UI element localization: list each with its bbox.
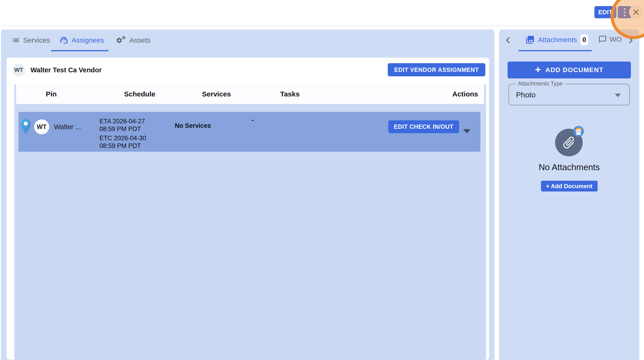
assignee-row[interactable]: WT Walter ... ETA 2026-04-27 08:59 PM PD…: [18, 112, 480, 152]
assignee-name: Walter ...: [54, 123, 81, 131]
close-button[interactable]: [629, 5, 643, 19]
column-header-pin: Pin: [46, 90, 57, 98]
expand-row-caret[interactable]: [463, 129, 470, 134]
etc-date: ETC 2026-04-30: [100, 134, 146, 142]
attachments-type-select[interactable]: Attachments Type Photo: [508, 84, 630, 105]
vendor-card: WT Walter Test Ca Vendor EDIT VENDOR ASS…: [6, 58, 489, 360]
chevron-left-icon[interactable]: [504, 36, 512, 44]
tasks-cell: -: [252, 116, 254, 124]
add-document-label: ADD DOCUMENT: [545, 66, 603, 74]
select-label: Attachments Type: [516, 80, 565, 87]
select-value: Photo: [516, 90, 536, 99]
dot: [624, 12, 626, 13]
top-bar: EDIT: [0, 0, 644, 26]
tab-wo[interactable]: WO: [598, 35, 622, 44]
attachments-count-badge: 0: [580, 34, 588, 46]
eta-time: 08:59 PM PDT: [100, 125, 146, 133]
vendor-header: WT Walter Test Ca Vendor EDIT VENDOR ASS…: [6, 58, 489, 82]
tab-label: Services: [23, 36, 50, 44]
chat-bubble-icon: [598, 35, 607, 44]
list-icon: [12, 36, 20, 44]
vendor-avatar-initials: WT: [14, 67, 23, 73]
support-agent-icon: [60, 36, 68, 45]
dropdown-caret-icon: [615, 94, 621, 97]
dot: [624, 8, 626, 10]
services-cell: No Services: [175, 122, 211, 130]
add-document-secondary-button[interactable]: + Add Document: [541, 181, 598, 192]
tab-assets[interactable]: Assets: [116, 35, 150, 46]
tab-label: Assets: [130, 36, 150, 44]
schedule-cell: ETA 2026-04-27 08:59 PM PDT ETC 2026-04-…: [100, 118, 146, 150]
eta-date: ETA 2026-04-27: [100, 118, 146, 125]
assignee-avatar: WT: [34, 120, 49, 134]
dot: [624, 15, 626, 16]
no-attachments-illustration: [555, 129, 583, 156]
active-tab-indicator: [51, 50, 108, 51]
chevron-right-icon[interactable]: [626, 36, 635, 44]
map-pin-icon[interactable]: [21, 119, 31, 134]
tab-attachments[interactable]: Attachments 0: [525, 34, 588, 46]
assignee-avatar-initials: WT: [37, 123, 46, 130]
add-document-button[interactable]: + ADD DOCUMENT: [508, 62, 631, 78]
edit-check-in-out-button[interactable]: EDIT CHECK IN/OUT: [388, 120, 459, 133]
column-header-tasks: Tasks: [280, 90, 300, 98]
vendor-name: Walter Test Ca Vendor: [30, 66, 102, 74]
tab-label: Attachments: [538, 36, 577, 44]
etc-time: 08:59 PM PDT: [100, 142, 146, 150]
robot-mascot-icon: [573, 126, 584, 137]
photo-library-icon: [525, 35, 535, 44]
column-header-actions: Actions: [452, 90, 478, 98]
tab-label: Assignees: [72, 36, 104, 44]
active-tab-indicator: [518, 50, 592, 51]
screen: EDIT Services Assignees: [0, 0, 644, 360]
work-order-panel: Services Assignees Assets: [1, 30, 494, 360]
column-header-schedule: Schedule: [124, 90, 155, 98]
gears-icon: [116, 36, 126, 45]
attachments-panel: Attachments 0 WO + ADD DOCUMENT Attachme…: [499, 30, 639, 360]
plus-icon: +: [535, 64, 541, 75]
vendor-avatar: WT: [12, 64, 25, 76]
tab-label: WO: [610, 35, 622, 43]
assignees-table: Pin Schedule Services Tasks Actions: [14, 84, 486, 360]
column-header-services: Services: [202, 90, 231, 98]
no-attachments-message: No Attachments: [499, 162, 639, 172]
tab-assignees[interactable]: Assignees: [60, 35, 104, 46]
edit-button[interactable]: EDIT: [594, 6, 616, 18]
close-icon: [632, 8, 640, 16]
side-panel-tabs: Attachments 0 WO: [499, 30, 639, 52]
table-header-row: Pin Schedule Services Tasks Actions: [16, 84, 484, 104]
tab-services[interactable]: Services: [12, 35, 50, 46]
edit-vendor-assignment-button[interactable]: EDIT VENDOR ASSIGNMENT: [388, 63, 485, 76]
